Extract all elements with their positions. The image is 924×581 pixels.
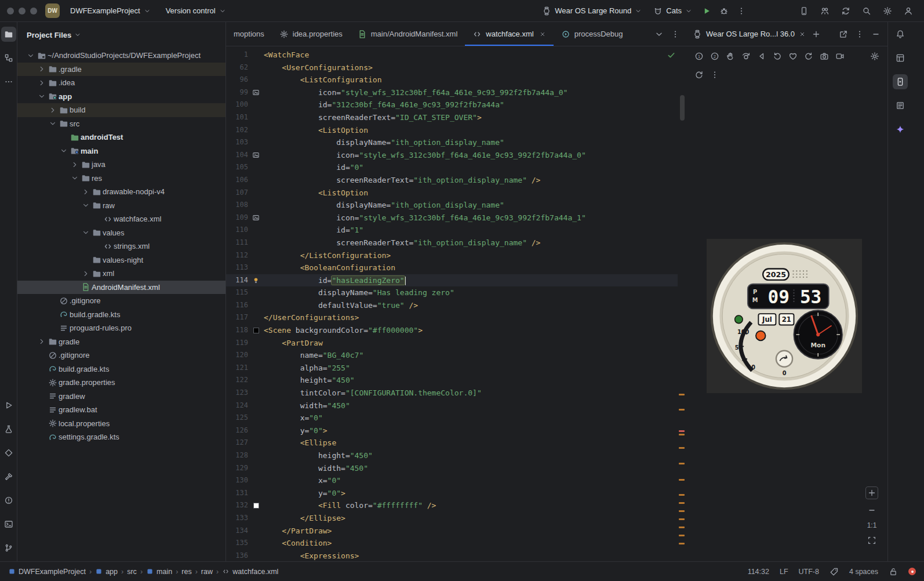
code-line-128[interactable]: 128 height="450" [226, 449, 678, 462]
code-line-96[interactable]: 96 <ListConfiguration [226, 74, 678, 86]
close-device-tab-icon[interactable] [799, 31, 806, 38]
chevron-right-icon[interactable] [37, 79, 46, 87]
breadcrumb-res[interactable]: res [181, 568, 191, 576]
code-line-62[interactable]: 62 <UserConfigurations> [226, 61, 678, 74]
editor-tab-idea-properties[interactable]: idea.properties [272, 22, 350, 46]
code-line-129[interactable]: 129 width="450" [226, 462, 678, 475]
zoom-out-button[interactable] [867, 506, 876, 515]
color-swatch-white[interactable] [253, 503, 259, 509]
gemini-button[interactable] [893, 122, 908, 137]
code-line-119[interactable]: 119 <PartDraw [226, 337, 678, 350]
stripe-warning-mark[interactable] [679, 510, 685, 512]
stripe-warning-mark[interactable] [679, 394, 685, 395]
code-line-113[interactable]: 113 <BooleanConfiguration [226, 262, 678, 274]
run-configuration-selector[interactable]: Cats [649, 3, 697, 19]
logcat-button[interactable] [893, 98, 908, 113]
zoom-in-button[interactable] [865, 486, 878, 499]
stripe-warning-mark[interactable] [679, 447, 685, 449]
chevron-down-icon[interactable] [37, 92, 46, 100]
code-line-103[interactable]: 103 displayName="ith_option_display_name… [226, 136, 678, 149]
back-button[interactable] [754, 49, 769, 64]
stripe-warning-mark[interactable] [679, 494, 685, 496]
tree-item-watchface-xml[interactable]: watchface.xml [17, 212, 225, 226]
lock-icon[interactable] [889, 567, 898, 576]
code-line-1[interactable]: 1<WatchFace [226, 49, 678, 61]
tree-item-gitignore[interactable]: .gitignore [17, 348, 225, 362]
zoom-to-fit-button[interactable] [867, 536, 876, 545]
tree-item-java[interactable]: java [17, 158, 225, 172]
chevron-right-icon[interactable] [81, 188, 90, 196]
code-line-105[interactable]: 105 id="0" [226, 161, 678, 174]
inspections-status-icon[interactable] [667, 50, 676, 60]
editor-tab-moptions[interactable]: moptions [226, 22, 272, 46]
tab-options-button[interactable] [671, 30, 680, 39]
tree-item-build-gradle-kts[interactable]: build.gradle.kts [17, 308, 225, 322]
breadcrumb-main[interactable]: main [146, 568, 172, 576]
version-control-button[interactable] [1, 540, 16, 555]
code-line-132[interactable]: 132 <Fill color="#ffffffff" /> [226, 499, 678, 512]
tree-item-idea[interactable]: .idea [17, 76, 225, 90]
camera-button[interactable] [817, 49, 831, 64]
intention-bulb-icon[interactable] [252, 277, 260, 284]
code-line-104[interactable]: 104 icon="style_wfs_312c30bf_f64a_461e_9… [226, 149, 678, 162]
drawable-preview-icon[interactable] [252, 151, 260, 159]
debug-button[interactable] [716, 3, 732, 19]
settings-button[interactable] [880, 3, 895, 19]
tree-item-androidtest[interactable]: androidTest [17, 130, 225, 144]
tree-item-strings-xml[interactable]: strings.xml [17, 239, 225, 253]
rotate-right-button[interactable] [801, 49, 816, 64]
tree-item-values[interactable]: values [17, 226, 225, 240]
code-line-131[interactable]: 131 y="0"> [226, 487, 678, 500]
tree-item-proguard-rules-pro[interactable]: proguard-rules.pro [17, 321, 225, 335]
chevron-down-icon[interactable] [59, 147, 68, 155]
tree-item-src[interactable]: src [17, 117, 225, 131]
breadcrumb-src[interactable]: src [127, 568, 137, 576]
code-line-127[interactable]: 127 <Ellipse [226, 437, 678, 449]
stripe-warning-mark[interactable] [679, 479, 685, 481]
chevron-right-icon[interactable] [81, 270, 90, 278]
terminal-button[interactable] [1, 517, 16, 532]
project-view-selector[interactable]: Project Files [27, 31, 81, 39]
chevron-down-icon[interactable] [70, 174, 79, 182]
running-devices-button[interactable] [893, 74, 908, 89]
device-selector[interactable]: Wear OS Large Round [537, 3, 646, 19]
tree-item-settings-gradle-kts[interactable]: settings.gradle.kts [17, 430, 225, 444]
code-line-100[interactable]: 100 id="312c30bf_f64a_461e_9c93_992f2fb7… [226, 99, 678, 111]
build-button[interactable] [1, 469, 16, 484]
profiler-button[interactable] [1, 422, 16, 437]
file-encoding[interactable]: UTF-8 [799, 568, 819, 576]
code-line-117[interactable]: 117</UserConfigurations> [226, 311, 678, 324]
code-line-114[interactable]: 114 id="hasLeadingZero" [226, 274, 678, 287]
tree-item-xml[interactable]: xml [17, 267, 225, 281]
screen-record-button[interactable] [832, 49, 847, 64]
run-button[interactable] [1, 398, 16, 413]
device-manager-button[interactable] [796, 3, 812, 19]
close-window-button[interactable] [7, 8, 14, 14]
stripe-warning-mark[interactable] [679, 463, 685, 464]
code-line-110[interactable]: 110 id="1" [226, 224, 678, 237]
editor-tab-watchface-xml[interactable]: watchface.xml [465, 22, 553, 46]
device-tab[interactable]: Wear OS Large Ro...l 36.0 [693, 30, 806, 39]
stripe-error-mark[interactable] [679, 430, 685, 432]
tree-item-build-gradle-kts[interactable]: build.gradle.kts [17, 362, 225, 376]
editor-tab-processdebug[interactable]: processDebug [554, 22, 631, 46]
build-variants-button[interactable] [1, 445, 16, 460]
code-line-112[interactable]: 112 </ListConfiguration> [226, 249, 678, 262]
drawable-preview-icon[interactable] [252, 214, 260, 221]
project-menu-button[interactable]: DWFExampleProject [66, 3, 155, 18]
breadcrumb-dwfexampleproject[interactable]: DWFExampleProject [8, 568, 86, 576]
code-line-107[interactable]: 107 <ListOption [226, 187, 678, 199]
notifications-bell-button[interactable] [893, 27, 908, 42]
tree-item-main[interactable]: main [17, 144, 225, 158]
code-line-126[interactable]: 126 y="0"> [226, 424, 678, 437]
chevron-down-icon[interactable] [81, 201, 90, 209]
code-line-135[interactable]: 135 <Condition> [226, 537, 678, 550]
code-line-122[interactable]: 122 height="450" [226, 374, 678, 387]
code-line-124[interactable]: 124 width="450" [226, 400, 678, 412]
code-line-121[interactable]: 121 alpha="255" [226, 362, 678, 375]
reset-button[interactable] [692, 68, 706, 82]
open-in-window-button[interactable] [839, 30, 848, 39]
tree-item-local-properties[interactable]: local.properties [17, 417, 225, 431]
more-horizontal-button[interactable] [1, 74, 16, 89]
code-line-118[interactable]: 118<Scene backgroundColor="#ff000000"> [226, 324, 678, 337]
